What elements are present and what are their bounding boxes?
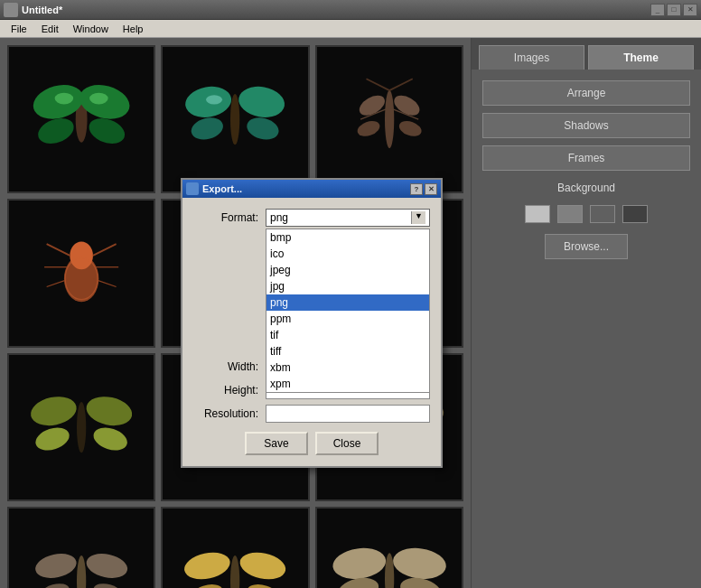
dialog-body: Format: png ▼ bmp ico jpeg jpg png [182,198,441,466]
format-option-ppm[interactable]: ppm [266,311,429,327]
svg-point-62 [77,555,86,588]
format-dropdown-list[interactable]: bmp ico jpeg jpg png ppm tif tiff xbm xp… [266,229,430,393]
format-dropdown-arrow[interactable]: ▼ [411,211,425,224]
image-cell-2[interactable] [161,45,309,193]
insect-image-11 [163,509,307,588]
image-cell-7[interactable] [7,353,155,501]
format-option-tiff[interactable]: tiff [266,343,429,359]
titlebar: Untitled* _ □ ✕ [0,0,701,20]
svg-point-4 [86,114,128,148]
svg-point-12 [206,95,222,104]
svg-point-23 [70,242,93,270]
right-panel: Images Theme Arrange Shadows Frames Back… [471,38,701,588]
svg-point-48 [33,424,72,454]
width-label: Width: [193,360,266,373]
svg-point-47 [84,392,136,429]
swatch-1[interactable] [525,205,550,223]
color-swatches [482,205,690,223]
svg-point-73 [332,545,388,582]
dialog-close-button[interactable]: ✕ [425,183,437,195]
swatch-2[interactable] [557,205,583,223]
tab-images[interactable]: Images [479,45,584,70]
svg-point-10 [189,115,226,144]
image-cell-4[interactable] [7,199,155,347]
dialog-titlebar: Export... ? ✕ [182,180,441,198]
resolution-input[interactable] [266,405,430,423]
svg-point-71 [245,581,284,588]
format-option-tif[interactable]: tif [266,327,429,343]
svg-point-63 [33,550,79,582]
export-dialog: Export... ? ✕ Format: png ▼ [181,178,443,468]
svg-point-45 [77,402,86,453]
svg-point-7 [230,94,239,145]
menu-window[interactable]: Window [66,22,116,36]
image-cell-3[interactable] [315,45,463,193]
menu-help[interactable]: Help [116,22,151,36]
format-option-ico[interactable]: ico [266,246,429,262]
svg-point-72 [385,553,394,588]
format-option-jpg[interactable]: jpg [266,278,429,294]
svg-point-13 [385,90,394,148]
format-option-jpeg[interactable]: jpeg [266,262,429,278]
svg-point-3 [34,114,77,148]
frames-button[interactable]: Frames [482,145,690,171]
svg-point-9 [237,83,287,121]
svg-point-69 [238,548,288,583]
format-select-container: png ▼ bmp ico jpeg jpg png ppm tif [266,209,430,227]
image-cell-1[interactable] [7,45,155,193]
insect-image-12 [317,509,462,588]
menu-edit[interactable]: Edit [34,22,66,36]
close-dialog-button[interactable]: Close [315,432,379,455]
minimize-button[interactable]: _ [650,4,665,16]
image-cell-10[interactable] [7,507,155,588]
svg-point-49 [90,424,130,454]
resolution-row: Resolution: [193,405,430,423]
window-title: Untitled* [22,5,650,15]
svg-point-68 [182,548,233,583]
svg-point-11 [245,115,282,144]
dialog-title: Export... [202,183,410,194]
svg-line-14 [366,79,389,90]
close-button[interactable]: ✕ [683,4,697,16]
swatch-3[interactable] [590,205,615,223]
format-option-xpm[interactable]: xpm [266,376,429,392]
insect-image-1 [9,47,154,191]
resolution-label: Resolution: [193,407,266,420]
svg-point-19 [397,118,423,139]
svg-line-25 [93,244,117,256]
image-cell-12[interactable] [315,507,463,588]
format-option-png[interactable]: png [266,294,429,311]
panel-body: Arrange Shadows Frames Background Browse… [472,70,701,588]
swatch-4[interactable] [622,205,648,223]
format-select-display[interactable]: png ▼ [266,209,430,227]
height-label: Height: [193,384,266,397]
format-option-bmp[interactable]: bmp [266,229,429,246]
dialog-help-button[interactable]: ? [410,183,423,195]
shadows-button[interactable]: Shadows [482,113,690,138]
insect-image-7 [9,355,154,499]
menubar: File Edit Window Help [0,20,701,38]
svg-point-46 [28,392,79,429]
tab-theme[interactable]: Theme [588,45,694,70]
svg-point-70 [187,581,226,588]
window-controls: _ □ ✕ [650,4,697,16]
main-container: Export... ? ✕ Format: png ▼ [0,38,701,588]
background-label: Background [482,182,690,194]
svg-point-66 [91,581,125,588]
tab-row: Images Theme [472,38,701,70]
dialog-buttons: Save Close [193,432,430,455]
save-button[interactable]: Save [245,432,308,455]
format-option-xbm[interactable]: xbm [266,359,429,376]
format-label: Format: [193,211,266,224]
arrange-button[interactable]: Arrange [482,80,690,106]
browse-button[interactable]: Browse... [545,234,628,259]
svg-point-74 [391,545,447,582]
insect-image-4 [9,201,154,345]
dialog-window-controls: ? ✕ [410,183,437,195]
maximize-button[interactable]: □ [667,4,681,16]
menu-file[interactable]: File [4,22,34,36]
image-cell-11[interactable] [161,507,309,588]
format-value: png [270,211,411,224]
svg-point-18 [355,118,381,139]
insect-image-3 [317,47,462,191]
